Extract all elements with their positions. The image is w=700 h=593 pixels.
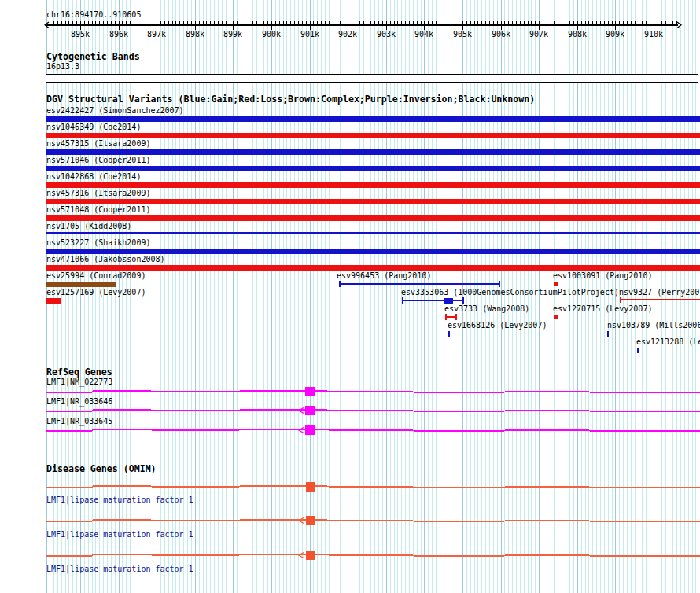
variant-ibeam-line[interactable] (620, 299, 700, 300)
ruler-right-arrow-icon (674, 20, 682, 30)
variant-label[interactable]: esv1668126 (Levy2007) (448, 321, 547, 330)
variant-label[interactable]: esv25994 (Conrad2009) (46, 271, 146, 280)
grid-line-minor (562, 0, 562, 593)
variant-label[interactable]: nsv571048 (Cooper2011) (46, 205, 150, 214)
gene-line[interactable] (46, 386, 700, 397)
variant-label[interactable]: esv1270715 (Levy2007) (553, 304, 652, 313)
gene-label[interactable]: LMF1|lipase maturation factor 1 (46, 530, 193, 539)
variant-label[interactable]: nsv457315 (Itsara2009) (46, 139, 150, 148)
variant-label[interactable]: nsv1046349 (Coe2014) (46, 123, 141, 131)
variant-ibeam-line[interactable] (402, 300, 463, 301)
variant-label[interactable]: esv1257169 (Levy2007) (46, 288, 146, 296)
ruler-minor-tick (271, 21, 272, 25)
variant-ibeam-line[interactable] (445, 316, 456, 318)
variant-tick[interactable] (637, 348, 639, 353)
grid-line-minor (203, 0, 204, 593)
variant-label[interactable]: nsv1042868 (Coe2014) (46, 172, 141, 181)
variant-label[interactable]: esv996453 (Pang2010) (337, 271, 431, 280)
ruler-minor-tick (279, 21, 280, 25)
ruler-minor-tick (111, 21, 112, 25)
variant-bar[interactable] (46, 133, 700, 138)
ruler-minor-tick (631, 21, 632, 25)
ruler-minor-tick (424, 21, 425, 25)
cytoband-box[interactable] (46, 74, 698, 83)
ruler-minor-tick (76, 21, 77, 25)
gene-exon-square[interactable] (305, 406, 315, 415)
grid-line-major (577, 0, 578, 593)
variant-label[interactable]: nsv9327 (Perry200 (619, 288, 699, 296)
grid-line-minor (218, 0, 219, 593)
ruler-minor-tick (477, 21, 478, 25)
variant-label[interactable]: esv3353063 (1000GenomesConsortiumPilotPr… (401, 288, 619, 296)
gene-line[interactable] (46, 515, 700, 526)
variant-bar[interactable] (46, 149, 700, 155)
variant-label[interactable]: esv1213288 (Le (636, 337, 700, 346)
gene-line[interactable] (46, 481, 700, 492)
grid-line-minor (374, 0, 375, 593)
ruler-minor-tick (448, 21, 448, 25)
variant-tick[interactable] (607, 331, 609, 337)
variant-bar[interactable] (46, 182, 700, 188)
gene-line[interactable] (46, 405, 700, 416)
grid-line-minor (206, 0, 207, 593)
ruler-minor-tick (531, 21, 532, 25)
variant-bar[interactable] (46, 116, 700, 122)
gene-exon-square[interactable] (305, 425, 315, 435)
ruler-label: 907k (527, 30, 551, 39)
ruler-minor-tick (661, 21, 662, 25)
variant-tick[interactable] (448, 331, 450, 337)
gene-label[interactable]: LMF1|lipase maturation factor 1 (46, 565, 193, 573)
grid-line-minor (222, 0, 223, 593)
grid-line-minor (313, 0, 314, 593)
ruler-minor-tick (669, 21, 669, 25)
ruler-minor-tick (210, 21, 211, 25)
gene-line[interactable] (46, 550, 700, 561)
gene-exon-square[interactable] (305, 387, 315, 396)
variant-bar[interactable] (46, 166, 700, 171)
variant-label[interactable]: nsv571046 (Cooper2011) (46, 156, 150, 164)
ruler-minor-tick (405, 21, 406, 25)
ruler-minor-tick (263, 21, 264, 25)
variant-label[interactable]: nsv523227 (Shaikh2009) (46, 238, 150, 247)
grid-line-minor (283, 0, 284, 593)
gene-line[interactable] (46, 425, 700, 436)
grid-line-minor (592, 0, 593, 593)
gene-exon-square[interactable] (306, 516, 315, 525)
variant-label[interactable]: nsv471066 (Jakobsson2008) (46, 255, 165, 263)
grid-line-minor (199, 0, 200, 593)
variant-line[interactable] (46, 232, 700, 234)
grid-line-minor (684, 0, 685, 593)
ruler-label: 905k (451, 30, 474, 39)
gene-exon-square[interactable] (306, 482, 315, 492)
variant-bar[interactable] (46, 199, 700, 204)
variant-square[interactable] (554, 282, 558, 286)
grid-line-minor (428, 0, 429, 593)
variant-bar[interactable] (46, 215, 700, 221)
ruler-minor-tick (397, 21, 398, 25)
variant-label[interactable]: nsv1705 (Kidd2008) (46, 222, 131, 230)
variant-bar[interactable] (46, 298, 61, 304)
gene-label[interactable]: LMF1|lipase maturation factor 1 (46, 495, 193, 504)
ruler-minor-tick (298, 21, 299, 25)
variant-bar[interactable] (46, 282, 116, 287)
variant-square[interactable] (554, 315, 558, 319)
ruler-minor-tick (417, 21, 418, 25)
variant-bar[interactable] (46, 265, 700, 271)
ruler-minor-tick (252, 21, 253, 25)
gene-label[interactable]: LMF1|NM_022773 (46, 378, 112, 386)
variant-bar[interactable] (46, 249, 700, 254)
grid-line-minor (451, 0, 451, 593)
gene-exon-square[interactable] (306, 551, 315, 560)
variant-label[interactable]: esv3733 (Wang2008) (444, 304, 529, 313)
variant-label[interactable]: nsv103789 (Mills2006 (607, 321, 700, 330)
grid-line-minor (455, 0, 455, 593)
ruler-minor-tick (317, 21, 318, 25)
grid-line-minor (566, 0, 566, 593)
grid-line-minor (516, 0, 517, 593)
variant-label[interactable]: nsv457316 (Itsara2009) (46, 189, 150, 197)
grid-line-minor (524, 0, 525, 593)
variant-label[interactable]: esv1003091 (Pang2010) (553, 271, 652, 280)
variant-ibeam-box[interactable] (444, 298, 453, 304)
variant-label[interactable]: esv2422427 (SimonSanchez2007) (46, 106, 184, 115)
variant-ibeam-line[interactable] (339, 283, 499, 285)
